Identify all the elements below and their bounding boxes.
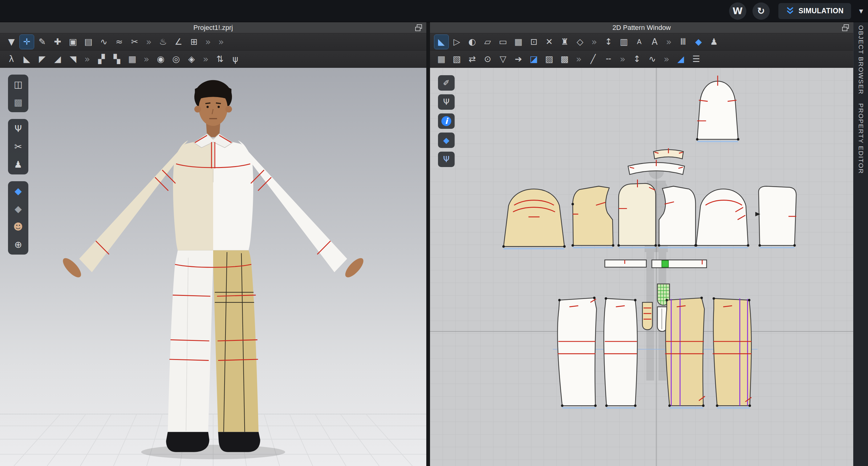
toolbar-overflow-chevron[interactable]: » [81, 54, 93, 64]
texture-view-icon[interactable]: ◆ [10, 202, 27, 216]
toolbar-overflow-chevron[interactable]: » [617, 54, 628, 64]
free-sewing-icon[interactable]: ≈ [112, 35, 126, 49]
line-tool-icon[interactable]: ╱ [586, 52, 600, 66]
toolbar-overflow-chevron[interactable]: » [202, 36, 214, 47]
seam-ripper-icon[interactable]: ♜ [558, 35, 572, 49]
render-style-icon[interactable]: ▩ [10, 95, 27, 110]
tuck-d-icon[interactable]: ◥ [66, 52, 80, 66]
tab-property-editor[interactable]: PROPERTY EDITOR [857, 103, 865, 174]
show-avatar-icon[interactable]: ♟ [10, 157, 27, 172]
show-pattern-icon[interactable]: Ψ [439, 96, 453, 108]
sewing-machine-icon[interactable]: ▤ [81, 35, 95, 49]
text-tool-icon[interactable]: A [632, 35, 646, 49]
avatar-walk-icon[interactable]: λ [4, 52, 19, 66]
edit-pattern-icon[interactable]: ▷ [450, 35, 464, 49]
pattern-canvas[interactable]: ✐Ψi◆Ψ [430, 68, 853, 466]
toolbar-overflow-chevron[interactable]: » [200, 54, 212, 64]
fold-blue-icon[interactable]: ◪ [527, 52, 541, 66]
toolbar-overflow-chevron[interactable]: » [141, 54, 152, 64]
pattern-piece-back-bodice[interactable] [659, 186, 696, 247]
toolbar-overflow-chevron[interactable]: » [143, 36, 155, 47]
zipper-puller-icon[interactable]: ψ [228, 52, 242, 66]
zoom-icon[interactable]: ⊙ [480, 52, 495, 66]
fold-arrangement-icon[interactable]: ∠ [171, 35, 185, 49]
button-lock-icon[interactable]: ◈ [185, 52, 199, 66]
grading-icon[interactable]: Ⅲ [676, 35, 690, 49]
avatar-skin-icon[interactable]: ☻ [10, 220, 27, 234]
pattern-lock-icon[interactable]: Ψ [439, 153, 453, 166]
simulation-button[interactable]: SIMULATION [778, 3, 851, 19]
measure-curve-icon[interactable]: ∿ [645, 52, 659, 66]
iron-icon[interactable]: ▽ [496, 52, 510, 66]
segment-sewing-icon[interactable]: ∿ [97, 35, 111, 49]
pattern-piece-side-panel[interactable] [755, 186, 796, 247]
check-b-icon[interactable]: ▩ [558, 52, 572, 66]
pattern-piece-placket-tan[interactable] [643, 302, 652, 330]
pattern-piece-pant-front-right[interactable] [604, 298, 638, 408]
sync-garment-icon[interactable]: ⊞ [187, 35, 201, 49]
fabric-view-icon[interactable]: ◆ [10, 184, 27, 199]
skew-icon[interactable]: ◢ [674, 52, 688, 66]
pattern-piece-pant-back-left[interactable] [665, 298, 705, 408]
dashed-line-icon[interactable]: ╌ [601, 52, 615, 66]
pattern-piece-sleeve-right[interactable] [696, 189, 748, 247]
transform-pattern-icon[interactable]: ◣ [434, 35, 448, 49]
copy-pattern-icon[interactable]: ▦ [434, 52, 448, 66]
trace-icon[interactable]: ✕ [542, 35, 556, 49]
toolbar-overflow-chevron[interactable]: » [573, 54, 585, 64]
detach-sewing-icon[interactable]: ✂ [127, 35, 142, 49]
pattern-annotation-icon[interactable]: A [647, 35, 662, 49]
float-window-icon[interactable] [842, 24, 849, 31]
viewport-3d[interactable]: ◫▩Ψ✂♟◆◆☻⊕ [0, 68, 426, 466]
tab-object-browser[interactable]: OBJECT BROWSER [857, 25, 865, 95]
pattern-piece-top-sleeve[interactable] [698, 76, 738, 142]
environment-icon[interactable]: ⊕ [10, 237, 27, 252]
buttonhole-icon[interactable]: ◎ [169, 52, 183, 66]
tuck-a-icon[interactable]: ◣ [20, 52, 34, 66]
closet-logo-button[interactable]: W [729, 2, 746, 20]
fold-check-c-icon[interactable]: ▦ [125, 52, 139, 66]
steam-iron-icon[interactable]: ♨ [156, 35, 170, 49]
measure-length-icon[interactable]: ↕ [630, 52, 644, 66]
sketch-tool-icon[interactable]: ✐ [439, 77, 453, 89]
view-gizmo-icon[interactable]: ◫ [10, 77, 27, 92]
spec-sheet-icon[interactable]: ☰ [689, 52, 703, 66]
collapse-caret-icon[interactable]: ▼ [857, 8, 863, 14]
toolbar-overflow-chevron[interactable]: » [663, 36, 675, 47]
fabric-direction-icon[interactable]: ◆ [691, 35, 706, 49]
pattern-piece-front-bodice[interactable] [572, 186, 613, 247]
tuck-b-icon[interactable]: ◤ [35, 52, 49, 66]
panel-divider[interactable] [426, 22, 430, 466]
add-point-icon[interactable]: ▭ [496, 35, 510, 49]
pattern-piece-waistband-a[interactable] [605, 260, 647, 267]
pattern-piece-waistband-b[interactable] [652, 260, 707, 267]
dart-icon[interactable]: ⊡ [527, 35, 541, 49]
notch-icon[interactable]: ◇ [573, 35, 587, 49]
fold-check-a-icon[interactable]: ▞ [94, 52, 108, 66]
pattern-piece-pant-back-right[interactable] [713, 298, 751, 408]
ruler-icon[interactable]: ▥ [617, 35, 631, 49]
button-icon[interactable]: ◉ [154, 52, 168, 66]
pin-icon[interactable]: ✚ [51, 35, 65, 49]
pattern-info-icon[interactable]: i [439, 115, 453, 127]
select-brush-icon[interactable]: ✎ [35, 35, 49, 49]
pattern-piece-collar-stand[interactable] [654, 148, 683, 159]
edit-seamline-icon[interactable]: ▱ [480, 35, 495, 49]
clone-pattern-icon[interactable]: ▧ [450, 52, 464, 66]
float-window-icon[interactable] [415, 24, 422, 31]
zipper-icon[interactable]: ⇅ [213, 52, 227, 66]
tuck-c-icon[interactable]: ◢ [51, 52, 65, 66]
unfold-icon[interactable]: ➔ [511, 52, 525, 66]
edit-curvature-icon[interactable]: ◐ [465, 35, 479, 49]
edit-measure-icon[interactable]: ↕ [601, 35, 615, 49]
show-seams-icon[interactable]: ✂ [10, 139, 27, 154]
pattern-piece-pant-front-left[interactable] [558, 298, 597, 408]
check-a-icon[interactable]: ▨ [542, 52, 556, 66]
simulate-icon[interactable]: ▼ [4, 35, 19, 49]
pattern-piece-center-front[interactable] [619, 179, 655, 247]
arrangement-icon[interactable]: ▣ [66, 35, 80, 49]
sync-button[interactable]: ↻ [752, 2, 770, 20]
fabric-view-2d-icon[interactable]: ◆ [439, 134, 453, 146]
toolbar-overflow-chevron[interactable]: » [588, 36, 600, 47]
toolbar-overflow-chevron[interactable]: » [215, 36, 227, 47]
